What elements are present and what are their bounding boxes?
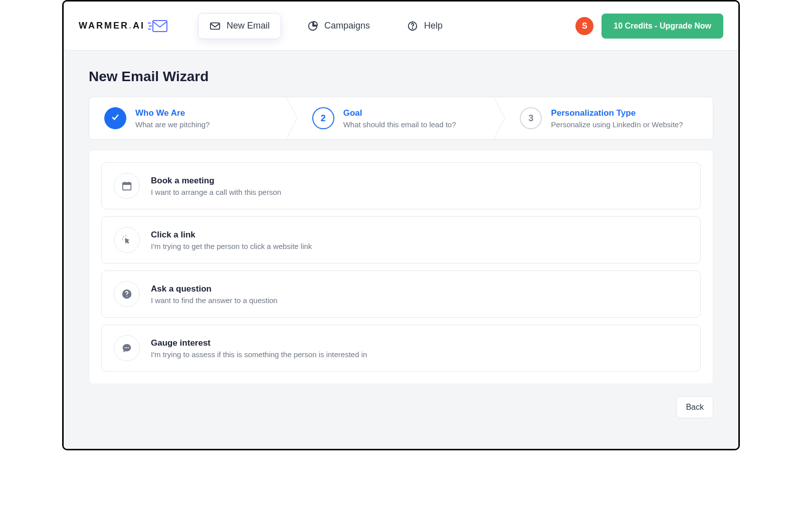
upgrade-button-label: 10 Credits - Upgrade Now [614, 22, 711, 30]
option-subtitle: I'm trying to get the person to click a … [151, 242, 312, 250]
step-badge-done [104, 107, 126, 129]
nav-new-email-label: New Email [227, 21, 270, 31]
mail-icon [210, 21, 221, 32]
option-text: Gauge interest I'm trying to assess if t… [151, 338, 367, 359]
step-title: Who We Are [135, 108, 210, 118]
wizard-footer: Back [89, 396, 713, 418]
step-text: Who We Are What are we pitching? [135, 108, 210, 129]
goal-options-panel: Book a meeting I want to arrange a call … [89, 150, 713, 384]
option-book-meeting[interactable]: Book a meeting I want to arrange a call … [101, 162, 701, 209]
svg-rect-8 [123, 183, 131, 185]
avatar-initial: S [582, 22, 587, 31]
brand-name-b: AI [133, 21, 145, 31]
check-icon [110, 112, 120, 125]
option-ask-question[interactable]: Ask a question I want to find the answer… [101, 271, 701, 318]
brand-text: WARMER.AI [79, 21, 145, 31]
help-icon [407, 21, 418, 32]
option-title: Ask a question [151, 284, 278, 294]
step-title: Goal [343, 108, 456, 118]
step-goal[interactable]: 2 Goal What should this email to lead to… [297, 97, 505, 139]
question-icon [114, 281, 140, 307]
back-button-label: Back [686, 403, 704, 411]
upgrade-button[interactable]: 10 Credits - Upgrade Now [602, 14, 723, 39]
svg-point-16 [125, 347, 126, 348]
option-gauge-interest[interactable]: Gauge interest I'm trying to assess if t… [101, 325, 701, 372]
brand-logo: WARMER.AI [79, 20, 168, 33]
svg-point-11 [123, 236, 124, 237]
step-subtitle: What are we pitching? [135, 120, 210, 129]
nav-campaigns-label: Campaigns [324, 21, 370, 31]
avatar[interactable]: S [575, 17, 593, 35]
svg-point-18 [128, 347, 129, 348]
option-subtitle: I want to find the answer to a question [151, 296, 278, 305]
svg-point-15 [126, 296, 127, 297]
step-subtitle: What should this email to lead to? [343, 120, 456, 129]
step-text: Personalization Type Personalize using L… [551, 108, 683, 129]
option-subtitle: I want to arrange a call with this perso… [151, 188, 281, 196]
calendar-icon [114, 173, 140, 199]
svg-point-13 [122, 238, 123, 239]
option-title: Book a meeting [151, 176, 281, 186]
option-click-link[interactable]: Click a link I'm trying to get the perso… [101, 216, 701, 263]
page-body: New Email Wizard Who We Are What are we … [64, 51, 738, 449]
wizard-stepper: Who We Are What are we pitching? 2 Goal … [89, 97, 713, 140]
step-subtitle: Personalize using LinkedIn or Website? [551, 120, 683, 129]
option-subtitle: I'm trying to assess if this is somethin… [151, 350, 367, 359]
svg-point-6 [413, 28, 413, 29]
nav-campaigns[interactable]: Campaigns [296, 14, 381, 39]
option-text: Book a meeting I want to arrange a call … [151, 176, 281, 196]
cursor-click-icon [114, 227, 140, 253]
brand-dot: . [129, 21, 133, 31]
step-number: 2 [321, 113, 326, 124]
step-text: Goal What should this email to lead to? [343, 108, 456, 129]
step-number: 3 [528, 113, 533, 124]
svg-point-12 [125, 235, 126, 236]
brand-name-a: WARMER [79, 21, 129, 31]
back-button[interactable]: Back [676, 396, 713, 418]
header-right: S 10 Credits - Upgrade Now [575, 14, 723, 39]
step-who-we-are[interactable]: Who We Are What are we pitching? [89, 97, 297, 139]
svg-rect-3 [153, 21, 167, 32]
nav-help-label: Help [424, 21, 443, 31]
step-personalization[interactable]: 3 Personalization Type Personalize using… [505, 97, 713, 139]
option-text: Click a link I'm trying to get the perso… [151, 230, 312, 250]
pie-chart-icon [307, 21, 318, 32]
option-title: Click a link [151, 230, 312, 240]
nav-new-email[interactable]: New Email [198, 13, 281, 39]
option-title: Gauge interest [151, 338, 367, 348]
header: WARMER.AI New Email [64, 2, 738, 51]
step-title: Personalization Type [551, 108, 683, 118]
main-nav: New Email Campaigns Help [198, 13, 454, 39]
svg-rect-4 [211, 23, 220, 29]
nav-help[interactable]: Help [396, 14, 454, 39]
option-text: Ask a question I want to find the answer… [151, 284, 278, 305]
brand-envelope-icon [148, 20, 168, 33]
chat-bubble-icon [114, 335, 140, 361]
step-badge-pending: 3 [520, 107, 542, 129]
svg-point-17 [126, 347, 127, 348]
app-frame: WARMER.AI New Email [62, 0, 740, 450]
step-badge-active: 2 [312, 107, 334, 129]
page-title: New Email Wizard [89, 69, 713, 85]
